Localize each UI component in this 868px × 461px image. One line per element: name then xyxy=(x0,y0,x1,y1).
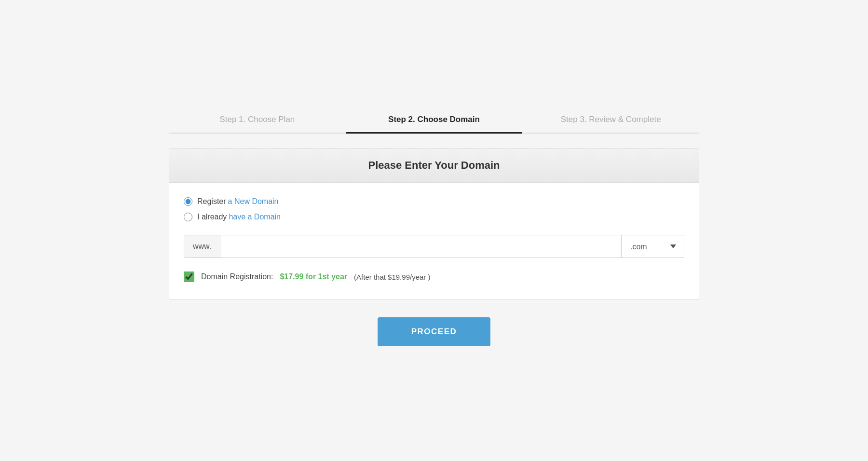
card-header: Please Enter Your Domain xyxy=(169,149,699,183)
step-3[interactable]: Step 3. Review & Complete xyxy=(522,115,699,134)
proceed-container: PROCEED xyxy=(169,317,699,346)
domain-registration-label: Domain Registration: xyxy=(201,272,273,281)
register-new-radio[interactable] xyxy=(184,197,192,206)
register-prefix-label: Register xyxy=(197,197,226,206)
domain-input-row: www. .com .net .org .info .biz xyxy=(184,235,684,258)
www-prefix-label: www. xyxy=(184,235,220,258)
steps-navigation: Step 1. Choose Plan Step 2. Choose Domai… xyxy=(169,115,699,134)
page-container: Step 1. Choose Plan Step 2. Choose Domai… xyxy=(169,95,699,366)
have-domain-option[interactable]: I already have a Domain xyxy=(184,213,684,221)
domain-text-input[interactable] xyxy=(220,235,621,258)
have-domain-link[interactable]: have a Domain xyxy=(229,213,281,221)
step-1-label: Step 1. Choose Plan xyxy=(219,115,295,124)
domain-registration-note: (After that $19.99/year ) xyxy=(354,273,430,281)
domain-registration-row: Domain Registration: $17.99 for 1st year… xyxy=(184,271,684,282)
register-new-link[interactable]: a New Domain xyxy=(228,197,279,206)
have-domain-prefix-label: I already xyxy=(197,213,227,221)
domain-registration-price: $17.99 for 1st year xyxy=(280,272,347,281)
domain-card: Please Enter Your Domain Register a New … xyxy=(169,148,699,300)
step-2[interactable]: Step 2. Choose Domain xyxy=(346,115,523,134)
card-header-title: Please Enter Your Domain xyxy=(180,159,688,172)
step-1[interactable]: Step 1. Choose Plan xyxy=(169,115,346,134)
domain-tld-select[interactable]: .com .net .org .info .biz xyxy=(621,235,684,258)
domain-registration-checkbox[interactable] xyxy=(184,271,194,282)
register-new-option[interactable]: Register a New Domain xyxy=(184,197,684,206)
step-3-label: Step 3. Review & Complete xyxy=(561,115,661,124)
radio-group: Register a New Domain I already have a D… xyxy=(184,197,684,221)
have-domain-radio[interactable] xyxy=(184,213,192,221)
step-2-label: Step 2. Choose Domain xyxy=(388,115,480,124)
card-body: Register a New Domain I already have a D… xyxy=(169,183,699,299)
proceed-button[interactable]: PROCEED xyxy=(378,317,491,346)
